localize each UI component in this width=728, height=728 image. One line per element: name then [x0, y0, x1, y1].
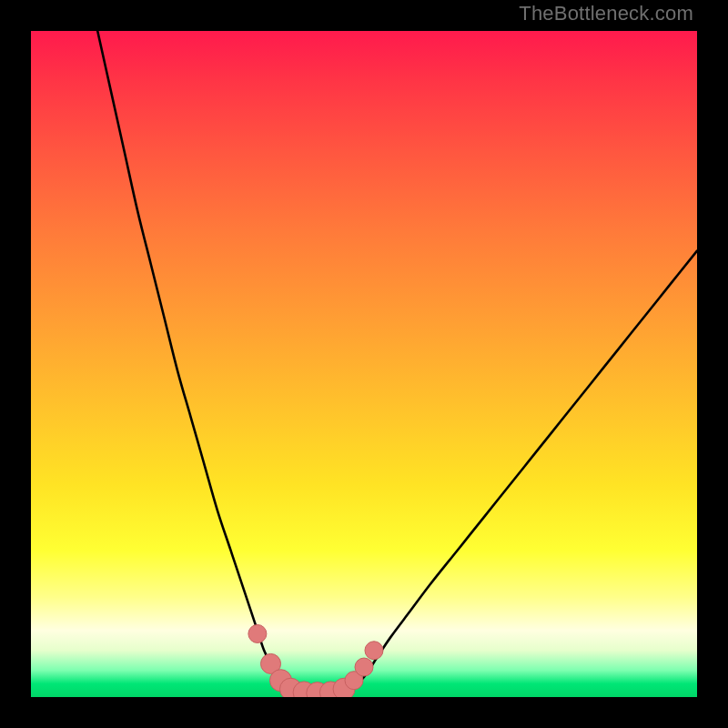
marker-dot: [365, 642, 383, 660]
marker-dot: [355, 658, 373, 676]
watermark-label: TheBottleneck.com: [519, 2, 693, 25]
chart-frame: TheBottleneck.com: [0, 0, 728, 728]
bottleneck-curve-chart: [31, 31, 697, 697]
plot-area: [31, 31, 697, 697]
bottleneck-curve: [97, 31, 697, 695]
marker-dot: [248, 624, 267, 642]
marker-dots: [248, 624, 383, 697]
